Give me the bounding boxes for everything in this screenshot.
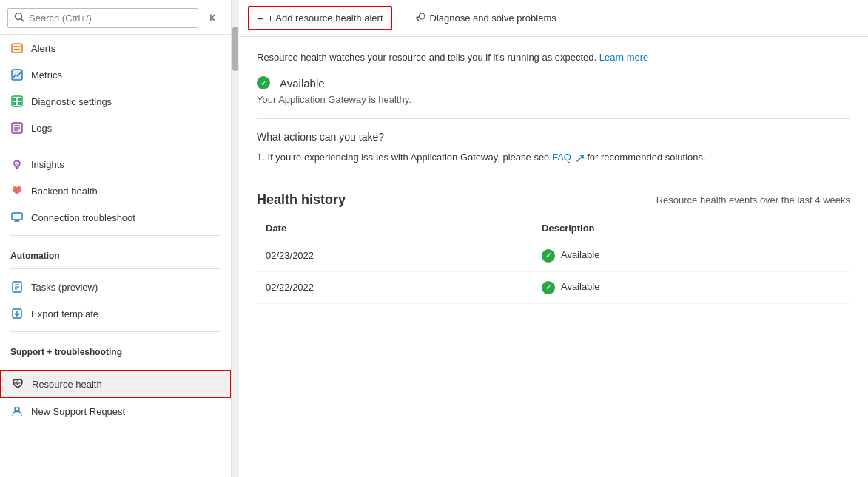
svg-rect-6 bbox=[12, 70, 22, 80]
divider-1 bbox=[257, 118, 850, 119]
connection-troubleshoot-label: Connection troubleshoot bbox=[31, 212, 135, 223]
add-icon: + bbox=[257, 12, 263, 24]
diagnostic-label: Diagnostic settings bbox=[31, 96, 112, 107]
sidebar: Alerts Metrics bbox=[0, 0, 232, 477]
svg-rect-11 bbox=[18, 98, 21, 101]
scrollbar-thumb bbox=[232, 27, 238, 71]
toolbar: + + Add resource health alert Diagnose a… bbox=[239, 0, 868, 37]
grid-icon bbox=[10, 95, 24, 108]
diagnose-label: Diagnose and solve problems bbox=[430, 13, 556, 24]
sidebar-scroll: Alerts Metrics bbox=[0, 35, 231, 477]
collapse-button[interactable] bbox=[203, 7, 223, 28]
sidebar-divider-2 bbox=[10, 235, 221, 236]
new-support-label: New Support Request bbox=[31, 406, 125, 417]
health-history-title: Health history bbox=[257, 192, 346, 208]
sidebar-item-logs[interactable]: Logs bbox=[0, 115, 231, 141]
sidebar-item-diagnostic[interactable]: Diagnostic settings bbox=[0, 88, 231, 115]
wrench-icon bbox=[415, 12, 425, 24]
row-description: ✓ Available bbox=[533, 240, 850, 271]
monitor-icon bbox=[10, 211, 24, 224]
support-header: Support + troubleshooting bbox=[0, 336, 231, 360]
search-bar bbox=[0, 0, 231, 35]
sidebar-item-connection-troubleshoot[interactable]: Connection troubleshoot bbox=[0, 204, 231, 231]
sidebar-divider-5 bbox=[10, 365, 221, 365]
status-text: Available bbox=[280, 77, 325, 89]
heart-icon bbox=[10, 184, 24, 197]
alerts-label: Alerts bbox=[31, 43, 55, 54]
description-text: Resource health watches your resource an… bbox=[257, 52, 850, 63]
status-description: Your Application Gateway is healthy. bbox=[257, 94, 850, 105]
sidebar-item-new-support[interactable]: New Support Request bbox=[0, 398, 231, 424]
bulb-icon bbox=[10, 158, 24, 171]
table-row: 02/22/2022✓ Available bbox=[257, 271, 850, 303]
search-input[interactable] bbox=[29, 13, 192, 24]
automation-header: Automation bbox=[0, 240, 231, 264]
table-row: 02/23/2022✓ Available bbox=[257, 240, 850, 271]
add-alert-label: + Add resource health alert bbox=[268, 13, 383, 24]
svg-rect-5 bbox=[14, 49, 20, 50]
backend-health-label: Backend health bbox=[31, 186, 98, 197]
main-content: + + Add resource health alert Diagnose a… bbox=[239, 0, 868, 477]
chart-icon bbox=[10, 68, 24, 81]
row-description: ✓ Available bbox=[533, 271, 850, 303]
row-date: 02/23/2022 bbox=[257, 240, 533, 271]
sidebar-item-resource-health[interactable]: Resource health bbox=[0, 370, 231, 398]
insights-label: Insights bbox=[31, 159, 64, 170]
svg-rect-10 bbox=[13, 98, 16, 101]
person-icon bbox=[10, 405, 24, 418]
sidebar-divider-1 bbox=[10, 146, 221, 146]
search-input-wrap[interactable] bbox=[7, 8, 198, 28]
status-row: ✓ Available bbox=[257, 76, 850, 89]
tasks-label: Tasks (preview) bbox=[31, 282, 98, 293]
svg-rect-13 bbox=[18, 102, 21, 105]
heart-monitor-icon bbox=[11, 377, 24, 390]
bell-icon bbox=[10, 41, 24, 55]
log-icon bbox=[10, 121, 24, 135]
divider-2 bbox=[257, 177, 850, 177]
svg-line-34 bbox=[417, 18, 419, 21]
learn-more-link[interactable]: Learn more bbox=[599, 52, 648, 63]
history-table: Date Description 02/23/2022✓ Available02… bbox=[257, 217, 850, 304]
col-date: Date bbox=[257, 217, 533, 240]
available-check-icon: ✓ bbox=[257, 76, 270, 89]
sidebar-item-export[interactable]: Export template bbox=[0, 300, 231, 327]
faq-link[interactable]: FAQ bbox=[552, 152, 571, 163]
row-check-icon: ✓ bbox=[542, 249, 555, 263]
resource-health-label: Resource health bbox=[32, 379, 102, 390]
export-icon bbox=[10, 307, 24, 320]
action-item-1: 1. If you're experiencing issues with Ap… bbox=[257, 150, 850, 165]
svg-rect-24 bbox=[12, 213, 22, 220]
actions-title: What actions can you take? bbox=[257, 131, 850, 143]
svg-line-1 bbox=[21, 18, 24, 21]
sidebar-item-insights[interactable]: Insights bbox=[0, 151, 231, 177]
health-history-subtitle: Resource health events over the last 4 w… bbox=[656, 194, 850, 206]
tasks-icon bbox=[10, 280, 24, 294]
svg-rect-8 bbox=[12, 96, 22, 106]
sidebar-item-tasks[interactable]: Tasks (preview) bbox=[0, 274, 231, 300]
toolbar-divider bbox=[400, 10, 400, 27]
search-icon bbox=[14, 12, 24, 24]
logs-label: Logs bbox=[31, 123, 52, 134]
content-body: Resource health watches your resource an… bbox=[239, 37, 868, 477]
export-label: Export template bbox=[31, 308, 98, 319]
health-history-header: Health history Resource health events ov… bbox=[257, 192, 850, 208]
sidebar-item-backend-health[interactable]: Backend health bbox=[0, 177, 231, 204]
add-resource-health-alert-button[interactable]: + + Add resource health alert bbox=[248, 6, 392, 30]
sidebar-item-alerts[interactable]: Alerts bbox=[0, 35, 231, 61]
sidebar-item-metrics[interactable]: Metrics bbox=[0, 61, 231, 88]
svg-rect-12 bbox=[13, 102, 16, 105]
svg-rect-2 bbox=[12, 44, 22, 53]
diagnose-button[interactable]: Diagnose and solve problems bbox=[408, 7, 564, 29]
col-description: Description bbox=[533, 217, 850, 240]
row-date: 02/22/2022 bbox=[257, 271, 533, 303]
sidebar-divider-4 bbox=[10, 331, 221, 332]
row-check-icon: ✓ bbox=[542, 281, 555, 294]
sidebar-divider-3 bbox=[10, 268, 221, 269]
metrics-label: Metrics bbox=[31, 70, 62, 81]
sidebar-scrollbar[interactable] bbox=[232, 0, 239, 477]
